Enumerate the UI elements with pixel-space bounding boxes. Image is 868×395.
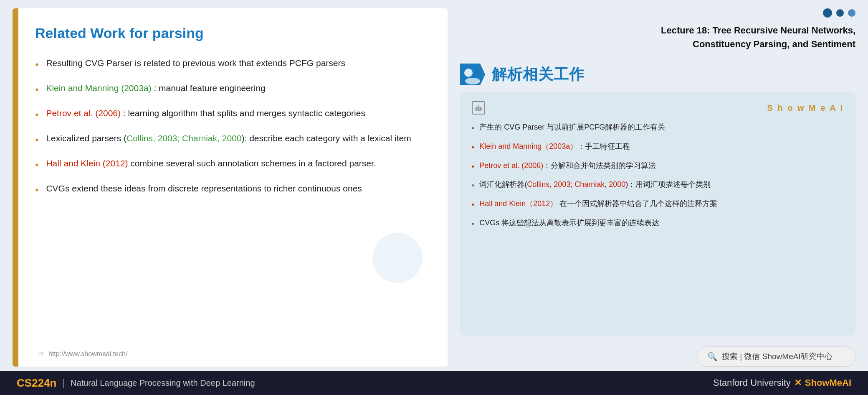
ai-icon: 🤖 xyxy=(472,101,485,115)
left-accent-bar xyxy=(13,8,18,367)
university-name: Stanford University xyxy=(713,377,791,388)
footer-pipe: | xyxy=(62,377,65,388)
dot-medium xyxy=(836,9,844,17)
slide-title: Related Work for parsing xyxy=(35,25,427,41)
lecture-title-line2: Constituency Parsing, and Sentiment xyxy=(661,37,855,51)
bullet-text: Petrov et al. (2006) : learning algorith… xyxy=(46,107,365,120)
list-item: • Klein and Manning (2003a) : manual fea… xyxy=(35,82,427,97)
right-header-title: 解析相关工作 xyxy=(492,64,585,85)
tbullet: • xyxy=(472,218,474,230)
tbullet: • xyxy=(472,199,474,211)
header-icon xyxy=(460,64,485,85)
trans-list-item: • CVGs 将这些想法从离散表示扩展到更丰富的连续表达 xyxy=(472,217,844,230)
bullet-text: Klein and Manning (2003a) : manual featu… xyxy=(46,82,265,95)
tbullet: • xyxy=(472,161,474,173)
brand-name: ShowMeAI xyxy=(805,377,851,388)
bullet-text: Resulting CVG Parser is related to previ… xyxy=(46,56,345,70)
trans-text: Klein and Manning（2003a）：手工特征工程 xyxy=(479,140,630,153)
right-panel: Lecture 18: Tree Recursive Neural Networ… xyxy=(460,8,855,367)
trans-text: CVGs 将这些想法从离散表示扩展到更丰富的连续表达 xyxy=(479,217,659,229)
lecture-header-right: Lecture 18: Tree Recursive Neural Networ… xyxy=(661,8,855,55)
lecture-title-box: Lecture 18: Tree Recursive Neural Networ… xyxy=(661,19,855,55)
list-item: • CVGs extend these ideas from discrete … xyxy=(35,182,427,198)
bullet-dot: • xyxy=(35,107,38,122)
bullet-dot: • xyxy=(35,183,38,198)
list-item: • Petrov et al. (2006) : learning algori… xyxy=(35,107,427,122)
trans-text: Petrov et al. (2006)：分解和合并句法类别的学习算法 xyxy=(479,160,656,172)
tbullet: • xyxy=(472,142,474,154)
bullet-dot: • xyxy=(35,82,38,97)
search-bar-container: 🔍 搜索 | 微信 ShowMeAI研究中心 xyxy=(460,347,855,367)
list-item: • Resulting CVG Parser is related to pre… xyxy=(35,56,427,72)
trans-text: 词汇化解析器(Collins, 2003; Charniak, 2000)：用词… xyxy=(479,178,711,191)
search-icon: 🔍 xyxy=(707,352,718,362)
bullet-dot: • xyxy=(35,158,38,173)
cursor-icon: ☞ xyxy=(38,349,45,359)
bullet-text: Lexicalized parsers (Collins, 2003; Char… xyxy=(46,132,411,145)
trans-list-item: • 产生的 CVG Parser 与以前扩展PCFG解析器的工作有关 xyxy=(472,121,844,135)
svg-point-1 xyxy=(464,69,473,77)
dot-large xyxy=(823,8,832,18)
footer-description: Natural Language Processing with Deep Le… xyxy=(71,378,255,388)
url-label: ☞ http://www.showmeai.tech/ xyxy=(38,349,127,359)
right-header: 解析相关工作 xyxy=(460,64,855,85)
x-symbol: ✕ xyxy=(794,377,802,388)
bullet-text: Hall and Klein (2012) combine several su… xyxy=(46,157,376,170)
svg-point-2 xyxy=(465,78,480,84)
trans-list-item: • 词汇化解析器(Collins, 2003; Charniak, 2000)：… xyxy=(472,178,844,192)
footer-left: CS224n | Natural Language Processing wit… xyxy=(17,377,255,390)
bullet-list: • Resulting CVG Parser is related to pre… xyxy=(35,56,427,198)
tbullet: • xyxy=(472,122,474,135)
list-item: • Hall and Klein (2012) combine several … xyxy=(35,157,427,173)
list-item: • Lexicalized parsers (Collins, 2003; Ch… xyxy=(35,132,427,148)
bullet-text: CVGs extend these ideas from discrete re… xyxy=(46,182,362,195)
url-text: http://www.showmeai.tech/ xyxy=(48,350,127,358)
bullet-dot: • xyxy=(35,133,38,148)
trans-text: Hall and Klein（2012） 在一个因式解析器中结合了几个这样的注释… xyxy=(479,198,717,210)
translation-bullet-list: • 产生的 CVG Parser 与以前扩展PCFG解析器的工作有关 • Kle… xyxy=(472,121,844,230)
search-placeholder-text: 搜索 | 微信 ShowMeAI研究中心 xyxy=(722,351,833,362)
tbullet: • xyxy=(472,180,474,192)
left-slide-panel: Related Work for parsing • Resulting CVG… xyxy=(13,8,448,367)
course-code: CS224n xyxy=(17,377,56,390)
decorative-circle xyxy=(372,233,423,283)
search-input[interactable]: 🔍 搜索 | 微信 ShowMeAI研究中心 xyxy=(697,347,855,367)
trans-list-item: • Petrov et al. (2006)：分解和合并句法类别的学习算法 xyxy=(472,160,844,173)
trans-text: 产生的 CVG Parser 与以前扩展PCFG解析器的工作有关 xyxy=(479,121,665,133)
dots-decoration xyxy=(823,8,855,18)
footer-right: Stanford University ✕ ShowMeAI xyxy=(713,377,851,388)
footer: CS224n | Natural Language Processing wit… xyxy=(0,371,868,395)
dot-small xyxy=(848,9,855,17)
translation-card: 🤖 S h o w M e A I • 产生的 CVG Parser 与以前扩展… xyxy=(460,92,855,336)
lecture-title-line1: Lecture 18: Tree Recursive Neural Networ… xyxy=(661,23,855,37)
bullet-dot: • xyxy=(35,57,38,72)
showmeai-badge: 🤖 S h o w M e A I xyxy=(472,101,844,115)
lecture-header-row: Lecture 18: Tree Recursive Neural Networ… xyxy=(460,8,855,55)
showmeai-label: S h o w M e A I xyxy=(767,103,844,113)
trans-list-item: • Klein and Manning（2003a）：手工特征工程 xyxy=(472,140,844,154)
trans-list-item: • Hall and Klein（2012） 在一个因式解析器中结合了几个这样的… xyxy=(472,198,844,211)
